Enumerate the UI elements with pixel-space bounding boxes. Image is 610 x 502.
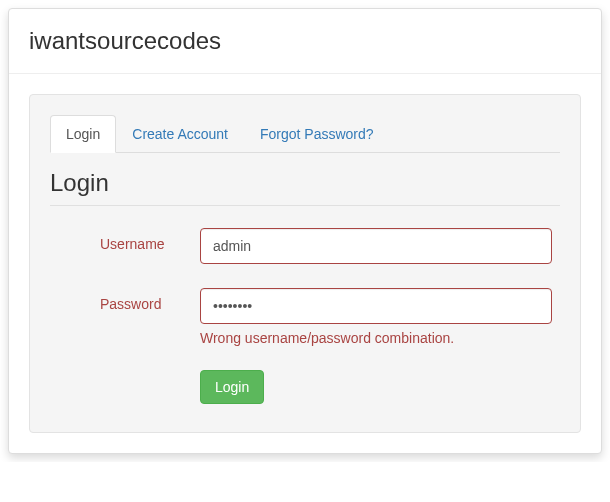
spacer [50,370,200,404]
page-title: iwantsourcecodes [29,27,581,55]
username-input[interactable] [200,228,552,264]
field-password: Wrong username/password combination. [200,288,560,346]
card-body: Login Create Account Forgot Password? Lo… [9,74,601,453]
inner-panel: Login Create Account Forgot Password? Lo… [29,94,581,433]
label-username: Username [50,228,200,252]
card-header: iwantsourcecodes [9,9,601,74]
row-password: Password Wrong username/password combina… [50,288,560,346]
field-username [200,228,560,264]
password-input[interactable] [200,288,552,324]
login-button[interactable]: Login [200,370,264,404]
main-card: iwantsourcecodes Login Create Account Fo… [8,8,602,454]
row-username: Username [50,228,560,264]
tab-create-account[interactable]: Create Account [116,115,244,153]
label-password: Password [50,288,200,312]
row-submit: Login [50,370,560,404]
tab-login[interactable]: Login [50,115,116,153]
tab-forgot-password[interactable]: Forgot Password? [244,115,390,153]
tabs: Login Create Account Forgot Password? [50,115,560,153]
section-title: Login [50,169,560,206]
error-message: Wrong username/password combination. [200,330,552,346]
